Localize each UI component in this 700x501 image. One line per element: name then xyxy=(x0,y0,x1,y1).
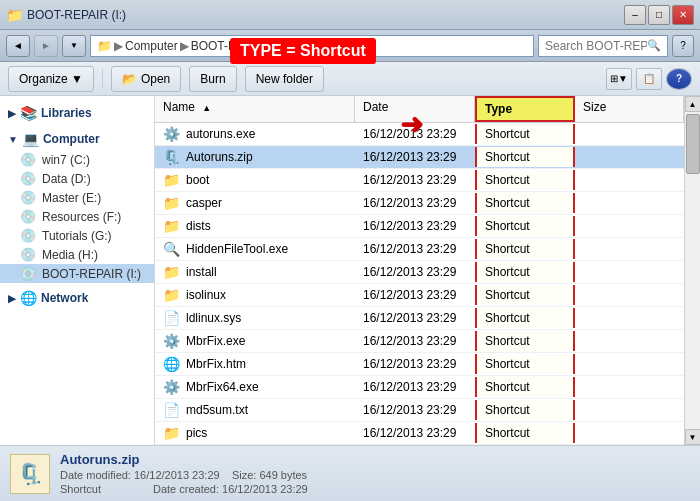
scroll-track[interactable] xyxy=(685,112,701,429)
burn-button[interactable]: Burn xyxy=(189,66,236,92)
file-type-cell: Shortcut xyxy=(475,124,575,144)
open-icon: 📂 xyxy=(122,72,137,86)
col-header-name[interactable]: Name ▲ xyxy=(155,96,355,122)
file-name-label: MbrFix.exe xyxy=(186,334,245,348)
help-button[interactable]: ? xyxy=(666,68,692,90)
close-button[interactable]: ✕ xyxy=(672,5,694,25)
scroll-down[interactable]: ▼ xyxy=(685,429,701,445)
sidebar-drive-label: Media (H:) xyxy=(42,248,98,262)
sidebar-item-resourcesf[interactable]: 💿 Resources (F:) xyxy=(0,207,154,226)
file-size-cell xyxy=(575,384,684,390)
table-row[interactable]: 📁boot16/12/2013 23:29Shortcut xyxy=(155,169,684,192)
sidebar-item-bootrepair[interactable]: 💿 BOOT-REPAIR (I:) xyxy=(0,264,154,283)
col-header-size[interactable]: Size xyxy=(575,96,684,122)
table-row[interactable]: 🗜️Autoruns.zip16/12/2013 23:29Shortcut xyxy=(155,146,684,169)
file-date-cell: 16/12/2013 23:29 xyxy=(355,331,475,351)
file-name-cell: 📁boot xyxy=(155,169,355,191)
table-row[interactable]: 📁install16/12/2013 23:29Shortcut xyxy=(155,261,684,284)
col-header-type[interactable]: Type xyxy=(475,96,575,122)
table-row[interactable]: ⚙️MbrFix64.exe16/12/2013 23:29Shortcut xyxy=(155,376,684,399)
file-size-cell xyxy=(575,269,684,275)
table-row[interactable]: 🔍HiddenFileTool.exe16/12/2013 23:29Short… xyxy=(155,238,684,261)
file-type-cell: Shortcut xyxy=(475,331,575,351)
table-row[interactable]: 📁dists16/12/2013 23:29Shortcut xyxy=(155,215,684,238)
file-name-label: install xyxy=(186,265,217,279)
libraries-label: Libraries xyxy=(41,106,92,120)
search-input[interactable] xyxy=(545,39,647,53)
sidebar-drive-label: Resources (F:) xyxy=(42,210,121,224)
burn-label: Burn xyxy=(200,72,225,86)
organize-button[interactable]: Organize ▼ xyxy=(8,66,94,92)
scroll-thumb[interactable] xyxy=(686,114,700,174)
file-type-cell: Shortcut xyxy=(475,147,575,167)
table-row[interactable]: ⚙️MbrFix.exe16/12/2013 23:29Shortcut xyxy=(155,330,684,353)
file-date-cell: 16/12/2013 23:29 xyxy=(355,308,475,328)
sidebar-section-computer: ▼ 💻 Computer 💿 win7 (C:) 💿 Data (D:) 💿 M… xyxy=(0,128,154,283)
file-name-cell: 📁isolinux xyxy=(155,284,355,306)
status-info: Autoruns.zip Date modified: 16/12/2013 2… xyxy=(60,452,308,495)
table-row[interactable]: 🌐MbrFix.htm16/12/2013 23:29Shortcut xyxy=(155,353,684,376)
file-date-cell: 16/12/2013 23:29 xyxy=(355,262,475,282)
search-box[interactable]: 🔍 xyxy=(538,35,668,57)
minimize-button[interactable]: – xyxy=(624,5,646,25)
scroll-up[interactable]: ▲ xyxy=(685,96,701,112)
sidebar-network-header[interactable]: ▶ 🌐 Network xyxy=(0,287,154,309)
file-size-cell xyxy=(575,430,684,436)
file-type-cell: Shortcut xyxy=(475,216,575,236)
sidebar-drive-label-active: BOOT-REPAIR (I:) xyxy=(42,267,141,281)
drive-icon: 💿 xyxy=(20,247,36,262)
address-computer: 📁 xyxy=(97,39,112,53)
file-name-label: casper xyxy=(186,196,222,210)
date-modified-value: 16/12/2013 23:29 xyxy=(134,469,220,481)
new-folder-button[interactable]: New folder xyxy=(245,66,324,92)
libraries-icon: 📚 xyxy=(20,105,37,121)
statusbar: 🗜️ Autoruns.zip Date modified: 16/12/201… xyxy=(0,445,700,501)
file-date-cell: 16/12/2013 23:29 xyxy=(355,423,475,443)
sidebar-item-mediah[interactable]: 💿 Media (H:) xyxy=(0,245,154,264)
scrollbar[interactable]: ▲ ▼ xyxy=(684,96,700,445)
table-row[interactable]: 📄ldlinux.sys16/12/2013 23:29Shortcut xyxy=(155,307,684,330)
table-row[interactable]: 📁isolinux16/12/2013 23:29Shortcut xyxy=(155,284,684,307)
file-name-cell: 📄ldlinux.sys xyxy=(155,307,355,329)
sidebar-item-tutorialsg[interactable]: 💿 Tutorials (G:) xyxy=(0,226,154,245)
forward-button[interactable]: ► xyxy=(34,35,58,57)
file-date-cell: 16/12/2013 23:29 xyxy=(355,216,475,236)
toolbar-sep1 xyxy=(102,69,103,89)
file-type-cell: Shortcut xyxy=(475,308,575,328)
help-button[interactable]: ? xyxy=(672,35,694,57)
sidebar-item-mastere[interactable]: 💿 Master (E:) xyxy=(0,188,154,207)
maximize-button[interactable]: □ xyxy=(648,5,670,25)
sidebar-drive-label: Master (E:) xyxy=(42,191,101,205)
sidebar-item-datad[interactable]: 💿 Data (D:) xyxy=(0,169,154,188)
file-size-cell xyxy=(575,177,684,183)
drive-icon: 💿 xyxy=(20,228,36,243)
file-name-label: MbrFix.htm xyxy=(186,357,246,371)
file-name-cell: ⚙️autoruns.exe xyxy=(155,123,355,145)
file-name-label: HiddenFileTool.exe xyxy=(186,242,288,256)
titlebar: 📁 BOOT-REPAIR (I:) – □ ✕ xyxy=(0,0,700,30)
sidebar-drive-label: Data (D:) xyxy=(42,172,91,186)
drive-icon: 💿 xyxy=(20,190,36,205)
folder-icon: 📁 xyxy=(6,7,23,23)
date-created-label: Date created: xyxy=(153,483,219,495)
annotation-label: TYPE = Shortcut xyxy=(240,42,366,59)
open-button[interactable]: 📂 Open xyxy=(111,66,181,92)
file-date-cell: 16/12/2013 23:29 xyxy=(355,400,475,420)
sidebar-libraries-header[interactable]: ▶ 📚 Libraries xyxy=(0,102,154,124)
annotation-arrow: ➜ xyxy=(400,108,423,141)
table-row[interactable]: 📄md5sum.txt16/12/2013 23:29Shortcut xyxy=(155,399,684,422)
file-date-cell: 16/12/2013 23:29 xyxy=(355,193,475,213)
file-name-label: md5sum.txt xyxy=(186,403,248,417)
views-button[interactable]: ⊞▼ xyxy=(606,68,632,90)
sidebar-computer-header[interactable]: ▼ 💻 Computer xyxy=(0,128,154,150)
status-filename: Autoruns.zip xyxy=(60,452,308,467)
table-row[interactable]: 📁pics16/12/2013 23:29Shortcut xyxy=(155,422,684,445)
dropdown-button[interactable]: ▼ xyxy=(62,35,86,57)
drive-icon: 💿 xyxy=(20,209,36,224)
file-name-cell: 📄md5sum.txt xyxy=(155,399,355,421)
sidebar-item-win7c[interactable]: 💿 win7 (C:) xyxy=(0,150,154,169)
file-type-cell: Shortcut xyxy=(475,423,575,443)
preview-button[interactable]: 📋 xyxy=(636,68,662,90)
table-row[interactable]: 📁casper16/12/2013 23:29Shortcut xyxy=(155,192,684,215)
back-button[interactable]: ◄ xyxy=(6,35,30,57)
